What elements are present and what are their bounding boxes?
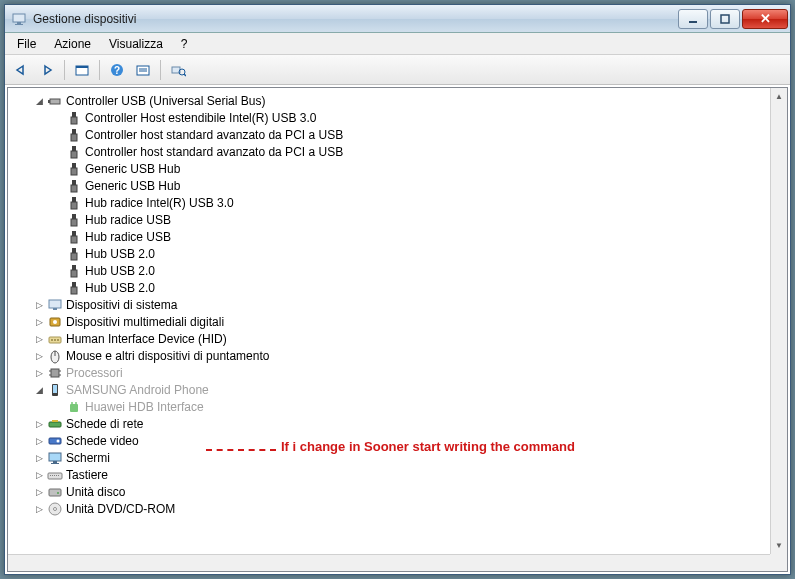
expand-icon[interactable]: ▷ — [31, 467, 47, 483]
svg-point-62 — [57, 439, 60, 442]
tree-node-usb-2[interactable]: Controller host standard avanzato da PCI… — [8, 143, 770, 160]
collapse-icon[interactable]: ◢ — [31, 93, 47, 109]
tree-node-label: Controller host standard avanzato da PCI… — [85, 128, 343, 142]
expand-icon[interactable]: ▷ — [31, 433, 47, 449]
tree-scroll[interactable]: ◢Controller USB (Universal Serial Bus)Co… — [8, 88, 770, 554]
svg-rect-35 — [72, 265, 76, 270]
titlebar[interactable]: Gestione dispositivi ✕ — [5, 5, 790, 33]
maximize-button[interactable] — [710, 9, 740, 29]
svg-rect-72 — [49, 489, 61, 496]
horizontal-scrollbar[interactable] — [8, 554, 770, 571]
phone-icon — [47, 382, 63, 398]
tree-node-huawei-hdb[interactable]: Huawei HDB Interface — [8, 398, 770, 415]
expand-icon[interactable]: ▷ — [31, 331, 47, 347]
forward-button[interactable] — [35, 58, 59, 82]
tree-node-multimedia[interactable]: ▷Dispositivi multimediali digitali — [8, 313, 770, 330]
tree-node-mouse[interactable]: ▷Mouse e altri dispositivi di puntamento — [8, 347, 770, 364]
close-button[interactable]: ✕ — [742, 9, 788, 29]
expand-icon[interactable]: ▷ — [31, 501, 47, 517]
svg-rect-17 — [72, 112, 76, 117]
tree-node-usb-3[interactable]: Generic USB Hub — [8, 160, 770, 177]
svg-rect-33 — [72, 248, 76, 253]
svg-point-58 — [75, 402, 77, 404]
tree-node-usb-10[interactable]: Hub USB 2.0 — [8, 279, 770, 296]
svg-rect-34 — [71, 253, 77, 260]
tree-node-processors[interactable]: ▷Processori — [8, 364, 770, 381]
tree-node-usb-0[interactable]: Controller Host estendibile Intel(R) USB… — [8, 109, 770, 126]
svg-point-73 — [57, 492, 59, 494]
vertical-scrollbar[interactable]: ▲ ▼ — [770, 88, 787, 554]
back-button[interactable] — [9, 58, 33, 82]
expand-icon[interactable]: ▷ — [31, 365, 47, 381]
tree-node-usb-9[interactable]: Hub USB 2.0 — [8, 262, 770, 279]
tree-node-label: Schermi — [66, 451, 110, 465]
expand-icon[interactable]: ▷ — [31, 450, 47, 466]
show-hidden-button[interactable] — [70, 58, 94, 82]
menu-view[interactable]: Visualizza — [101, 35, 171, 53]
android-icon — [66, 399, 82, 415]
svg-rect-28 — [71, 202, 77, 209]
tree-node-usb-8[interactable]: Hub USB 2.0 — [8, 245, 770, 262]
usb-icon — [66, 212, 82, 228]
annotation-text: If i change in Sooner start writing the … — [281, 439, 581, 456]
tree-node-system-devices[interactable]: ▷Dispositivi di sistema — [8, 296, 770, 313]
monitor-icon — [47, 450, 63, 466]
tree-node-usb-4[interactable]: Generic USB Hub — [8, 177, 770, 194]
tree-node-disk[interactable]: ▷Unità disco — [8, 483, 770, 500]
menubar: File Azione Visualizza ? — [5, 33, 790, 55]
svg-rect-36 — [71, 270, 77, 277]
svg-rect-46 — [57, 339, 59, 341]
minimize-button[interactable] — [678, 9, 708, 29]
collapse-icon[interactable]: ◢ — [31, 382, 47, 398]
menu-action[interactable]: Azione — [46, 35, 99, 53]
svg-rect-63 — [49, 453, 61, 461]
tree-node-network[interactable]: ▷Schede di rete — [8, 415, 770, 432]
tree-node-dvd[interactable]: ▷Unità DVD/CD-ROM — [8, 500, 770, 517]
usb-icon — [66, 280, 82, 296]
expand-icon[interactable]: ▷ — [31, 297, 47, 313]
svg-rect-69 — [54, 475, 55, 476]
scroll-down-icon[interactable]: ▼ — [771, 537, 787, 554]
tree-node-usb-6[interactable]: Hub radice USB — [8, 211, 770, 228]
scan-button[interactable] — [166, 58, 190, 82]
tree-node-label: Hub USB 2.0 — [85, 281, 155, 295]
hid-icon — [47, 331, 63, 347]
usb-icon — [66, 110, 82, 126]
svg-rect-32 — [71, 236, 77, 243]
tree-node-keyboards[interactable]: ▷Tastiere — [8, 466, 770, 483]
help-button[interactable]: ? — [105, 58, 129, 82]
tree-node-label: Hub USB 2.0 — [85, 247, 155, 261]
toolbar-separator — [160, 60, 161, 80]
menu-help[interactable]: ? — [173, 35, 196, 53]
usb-controller-icon — [47, 93, 63, 109]
tree-node-label: Hub radice USB — [85, 230, 171, 244]
menu-file[interactable]: File — [9, 35, 44, 53]
tree-node-label: Controller USB (Universal Serial Bus) — [66, 94, 265, 108]
expand-icon[interactable]: ▷ — [31, 314, 47, 330]
tree-node-usb-5[interactable]: Hub radice Intel(R) USB 3.0 — [8, 194, 770, 211]
svg-rect-71 — [58, 475, 59, 476]
expand-icon[interactable]: ▷ — [31, 348, 47, 364]
tree-node-samsung[interactable]: ◢SAMSUNG Android Phone — [8, 381, 770, 398]
tree-node-usb-7[interactable]: Hub radice USB — [8, 228, 770, 245]
svg-point-75 — [54, 507, 57, 510]
svg-rect-38 — [71, 287, 77, 294]
properties-button[interactable] — [131, 58, 155, 82]
tree-node-usb-controller[interactable]: ◢Controller USB (Universal Serial Bus) — [8, 92, 770, 109]
tree-node-label: Controller Host estendibile Intel(R) USB… — [85, 111, 316, 125]
svg-rect-44 — [51, 339, 53, 341]
svg-rect-49 — [51, 369, 59, 377]
svg-text:?: ? — [114, 65, 120, 76]
svg-rect-65 — [51, 463, 59, 464]
tree-node-label: Dispositivi multimediali digitali — [66, 315, 224, 329]
scroll-up-icon[interactable]: ▲ — [771, 88, 787, 105]
expand-icon[interactable]: ▷ — [31, 416, 47, 432]
svg-rect-31 — [72, 231, 76, 236]
expand-icon[interactable]: ▷ — [31, 484, 47, 500]
svg-rect-60 — [52, 420, 58, 422]
tree-node-label: Unità DVD/CD-ROM — [66, 502, 175, 516]
svg-line-14 — [184, 74, 186, 76]
tree-node-usb-1[interactable]: Controller host standard avanzato da PCI… — [8, 126, 770, 143]
tree-node-hid[interactable]: ▷Human Interface Device (HID) — [8, 330, 770, 347]
svg-rect-18 — [71, 117, 77, 124]
